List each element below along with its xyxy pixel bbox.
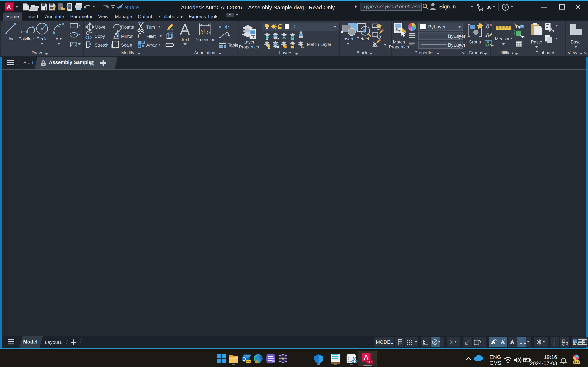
svg-text:Fillet: Fillet [146,34,156,39]
svg-text:Match Layer: Match Layer [307,42,331,47]
svg-text:Stretch: Stretch [95,42,109,48]
svg-text:Arc: Arc [55,36,62,41]
svg-text:Mirror: Mirror [121,34,133,39]
svg-text:Trim: Trim [146,25,155,30]
svg-text:ENG: ENG [490,354,501,360]
svg-text:Dimension: Dimension [194,37,215,42]
svg-text:Rotate: Rotate [121,25,134,30]
svg-text:ByLayer: ByLayer [448,42,466,48]
svg-text:Copy: Copy [95,34,105,39]
svg-text:A: A [7,3,11,10]
svg-text:Block: Block [357,50,368,55]
svg-text:Scale: Scale [121,42,132,48]
svg-text:Properties: Properties [414,50,434,55]
svg-text:Groups: Groups [469,50,483,55]
svg-text:Layers: Layers [279,50,292,55]
svg-text:Match: Match [393,40,405,44]
svg-text:Clipboard: Clipboard [536,50,554,55]
svg-text:Properties: Properties [389,44,409,49]
svg-text:Group: Group [469,40,481,44]
svg-text:Properties: Properties [239,44,259,49]
svg-text:Layer: Layer [243,40,254,44]
svg-text:CAD: CAD [367,360,373,364]
svg-text:Circle: Circle [36,36,48,41]
svg-text:Table: Table [228,42,238,48]
svg-text:Text: Text [181,37,189,42]
svg-text:Base: Base [571,40,581,44]
svg-text:Modify: Modify [121,50,134,55]
svg-text:2024-07-03: 2024-07-03 [530,360,557,366]
svg-text:1:1: 1:1 [520,339,526,345]
svg-text:Detect: Detect [356,36,369,41]
svg-text:A: A [364,354,369,361]
svg-text:ByLayer: ByLayer [448,33,466,39]
svg-text:Paste: Paste [531,40,542,44]
svg-text:Sign In: Sign In [439,4,456,9]
svg-text:Draw: Draw [32,50,42,55]
svg-text:Insert: Insert [342,36,353,41]
svg-text:Polyline: Polyline [18,36,34,41]
svg-text:ByLayer: ByLayer [428,24,446,30]
svg-text:Line: Line [6,36,15,41]
svg-text:PRE: PRE [574,361,579,364]
svg-text:NEW: NEW [246,360,251,363]
svg-text:0: 0 [293,24,295,29]
svg-text:CMS: CMS [490,360,501,366]
svg-text:Measure: Measure [495,36,512,41]
svg-text:A: A [180,21,190,38]
svg-text:Utilities: Utilities [499,50,513,55]
svg-text:19:16: 19:16 [544,354,557,360]
svg-text:?: ? [504,5,507,10]
svg-text:Move: Move [95,25,105,30]
svg-text:Annotation: Annotation [194,50,215,55]
svg-text:Share: Share [125,4,139,10]
svg-text:Array: Array [146,42,157,48]
svg-text:View: View [568,50,577,55]
